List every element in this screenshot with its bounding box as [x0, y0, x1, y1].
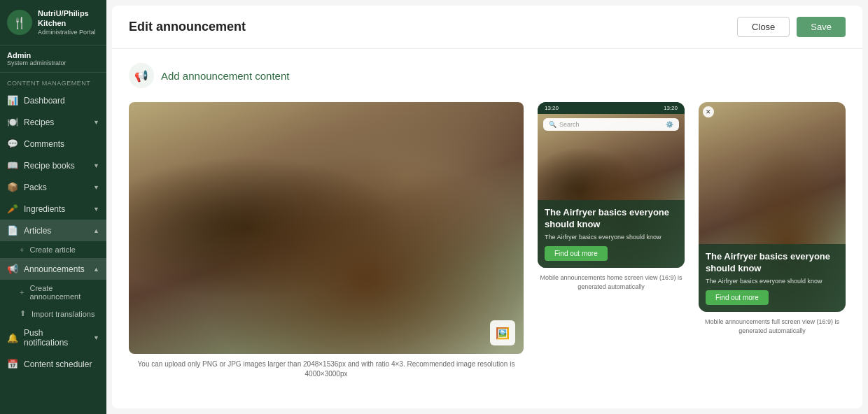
sidebar-item-packs[interactable]: 📦 Packs ▼: [0, 176, 106, 198]
previews-row: 🖼️ You can upload only PNG or JPG images…: [129, 102, 846, 379]
sidebar-sub-create-article[interactable]: + Create article: [0, 241, 106, 258]
chevron-up-icon: ▲: [93, 227, 99, 234]
mobile-home-caption: Mobile announcements home screen view (1…: [538, 273, 685, 291]
comments-icon: 💬: [7, 138, 18, 149]
sidebar-item-label: Announcements: [24, 264, 85, 274]
mobile-fullscreen-desc: The Airfryer basics everyone should know: [706, 278, 839, 285]
sub-item-label: Create article: [29, 245, 75, 254]
filter-icon: ⚙️: [666, 121, 673, 128]
user-title: System administrator: [7, 59, 99, 66]
sidebar-item-announcements[interactable]: 📢 Announcements ▲: [0, 258, 106, 280]
chevron-up-icon: ▲: [93, 266, 99, 273]
plus-icon: +: [20, 288, 24, 297]
close-button[interactable]: Close: [737, 17, 790, 37]
sidebar-item-content-scheduler[interactable]: 📅 Content scheduler: [0, 353, 106, 375]
sidebar-item-label: Recipe books: [24, 161, 75, 171]
sidebar-item-label: Articles: [24, 226, 51, 236]
sidebar-item-dashboard[interactable]: 📊 Dashboard: [0, 90, 106, 111]
chevron-down-icon: ▼: [93, 184, 99, 191]
mobile-home-card: The Airfryer basics everyone should know…: [538, 200, 685, 268]
sidebar-item-recipes[interactable]: 🍽️ Recipes ▼: [0, 111, 106, 133]
sidebar-section-label: CONTENT MANAGEMENT: [0, 73, 106, 90]
dashboard-icon: 📊: [7, 95, 18, 106]
sidebar-item-label: Push notifications: [24, 328, 88, 348]
mobile-fullscreen-caption: Mobile announcements full screen view (1…: [699, 317, 846, 335]
food-image: [129, 102, 524, 354]
upload-icon: ⬆: [20, 309, 26, 318]
sidebar: 🍴 NutriU/Philips Kitchen Administrative …: [0, 0, 106, 414]
brand-info: NutriU/Philips Kitchen Administrative Po…: [38, 8, 99, 36]
chevron-down-icon: ▼: [93, 334, 99, 341]
page-title: Edit announcement: [129, 20, 246, 34]
mobile-search-bar[interactable]: 🔍 Search ⚙️: [543, 118, 679, 131]
add-content-row: 📢 Add announcement content: [129, 63, 846, 88]
sub-item-label: Import translations: [31, 310, 94, 318]
articles-icon: 📄: [7, 225, 18, 236]
plus-icon: +: [20, 245, 24, 254]
sidebar-item-label: Recipes: [24, 117, 54, 127]
status-time-right: 13:20: [664, 105, 678, 111]
sidebar-item-push-notifications[interactable]: 🔔 Push notifications ▼: [0, 322, 106, 353]
sidebar-sub-import-translations[interactable]: ⬆ Import translations: [0, 305, 106, 322]
mobile-home-frame: 13:20 13:20 🔍 Search ⚙️ The Airfryer bas…: [538, 102, 685, 268]
upload-image-button[interactable]: 🖼️: [490, 320, 515, 345]
sidebar-item-ingredients[interactable]: 🥕 Ingredients ▼: [0, 198, 106, 220]
search-icon: 🔍: [549, 121, 556, 128]
sidebar-item-comments[interactable]: 💬 Comments: [0, 133, 106, 155]
main-content: Edit announcement Close Save 📢 Add annou…: [112, 6, 862, 408]
sidebar-item-label: Dashboard: [24, 96, 65, 106]
sub-item-label: Create announcement: [29, 284, 99, 301]
sidebar-item-articles[interactable]: 📄 Articles ▲: [0, 220, 106, 241]
upload-image-box: 🖼️: [129, 102, 524, 354]
content-area: 📢 Add announcement content 🖼️ You can up…: [112, 49, 862, 408]
announcements-icon: 📢: [7, 264, 18, 274]
mobile-fullscreen-frame: ✕ The Airfryer basics everyone should kn…: [699, 102, 846, 312]
megaphone-icon: 📢: [129, 63, 154, 88]
sidebar-item-label: Packs: [24, 183, 47, 192]
mobile-status-bar-home: 13:20 13:20: [538, 102, 685, 114]
ingredients-icon: 🥕: [7, 204, 18, 214]
status-time-left: 13:20: [545, 105, 559, 111]
upload-area: 🖼️ You can upload only PNG or JPG images…: [129, 102, 524, 379]
mobile-card-button[interactable]: Find out more: [545, 246, 608, 261]
save-button[interactable]: Save: [797, 17, 846, 37]
user-info: Admin System administrator: [0, 45, 106, 73]
sidebar-item-recipe-books[interactable]: 📖 Recipe books ▼: [0, 155, 106, 176]
add-content-label: Add announcement content: [161, 70, 289, 82]
mobile-card-title: The Airfryer basics everyone should know: [545, 207, 678, 231]
upload-caption: You can upload only PNG or JPG images la…: [129, 359, 524, 379]
brand-name: NutriU/Philips Kitchen: [38, 8, 99, 29]
brand-area: 🍴 NutriU/Philips Kitchen Administrative …: [0, 0, 106, 45]
packs-icon: 📦: [7, 182, 18, 192]
recipes-icon: 🍽️: [7, 117, 18, 127]
mobile-fullscreen-button[interactable]: Find out more: [706, 290, 769, 305]
brand-portal: Administrative Portal: [38, 29, 99, 37]
content-scheduler-icon: 📅: [7, 359, 18, 369]
chevron-down-icon: ▼: [93, 162, 99, 169]
recipe-books-icon: 📖: [7, 160, 18, 171]
mobile-fullscreen-image: ✕ The Airfryer basics everyone should kn…: [699, 102, 846, 312]
sidebar-item-label: Ingredients: [24, 204, 65, 214]
brand-logo: 🍴: [7, 10, 32, 35]
page-header: Edit announcement Close Save: [112, 6, 862, 49]
mobile-home-preview: 13:20 13:20 🔍 Search ⚙️ The Airfryer bas…: [538, 102, 685, 291]
chevron-down-icon: ▼: [93, 119, 99, 126]
mobile-fullscreen-card: The Airfryer basics everyone should know…: [699, 244, 846, 312]
mobile-fullscreen-title: The Airfryer basics everyone should know: [706, 251, 839, 275]
mobile-home-image: 🔍 Search ⚙️ The Airfryer basics everyone…: [538, 114, 685, 268]
sidebar-sub-create-announcement[interactable]: + Create announcement: [0, 280, 106, 305]
search-placeholder: Search: [559, 121, 663, 128]
mobile-fullscreen-preview: ✕ The Airfryer basics everyone should kn…: [699, 102, 846, 335]
header-actions: Close Save: [737, 17, 846, 37]
close-preview-button[interactable]: ✕: [703, 106, 714, 117]
push-notifications-icon: 🔔: [7, 333, 18, 343]
mobile-card-desc: The Airfryer basics everyone should know: [545, 234, 678, 241]
chevron-down-icon: ▼: [93, 206, 99, 213]
sidebar-item-label: Content scheduler: [24, 359, 92, 369]
sidebar-item-label: Comments: [24, 139, 64, 149]
user-role: Admin: [7, 51, 99, 59]
